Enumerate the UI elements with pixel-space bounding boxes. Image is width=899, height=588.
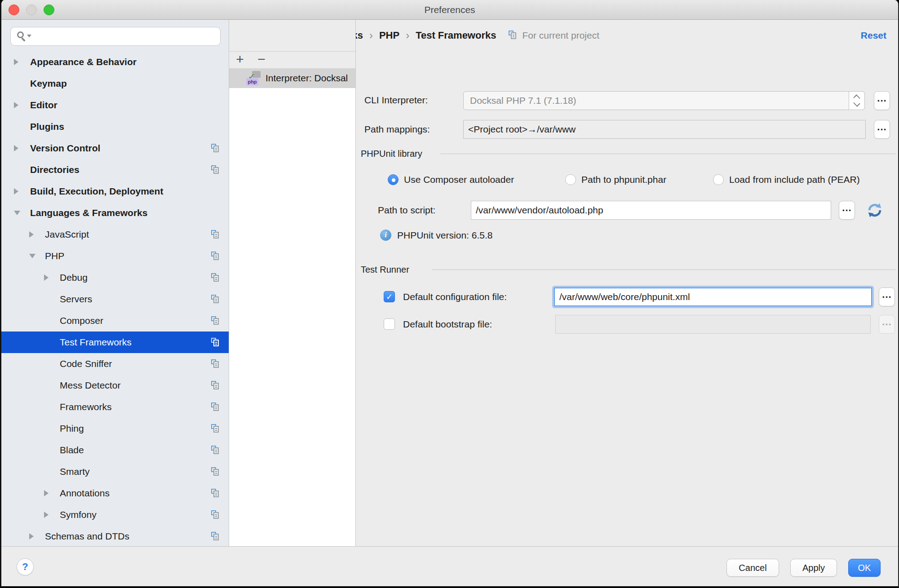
- breadcrumb-separator: ›: [369, 29, 373, 42]
- chevron-right-icon[interactable]: [44, 274, 49, 281]
- chevron-right-icon[interactable]: [14, 59, 18, 65]
- default-bootstrap-browse-button: ...: [879, 315, 895, 334]
- ok-button[interactable]: OK: [848, 559, 881, 577]
- refresh-icon[interactable]: [866, 202, 883, 219]
- sidebar-item-symfony[interactable]: Symfony: [1, 504, 229, 526]
- radio-path-to-phpunit-phar[interactable]: Path to phpunit.phar: [565, 172, 666, 188]
- path-to-script-browse-button[interactable]: ...: [839, 201, 855, 220]
- settings-tree: Appearance & BehaviorKeymapEditorPlugins…: [1, 51, 229, 546]
- for-current-project-icon: [211, 510, 220, 519]
- path-to-script-field[interactable]: [471, 201, 831, 220]
- sidebar-item-servers[interactable]: Servers: [1, 288, 229, 310]
- sidebar-item-frameworks[interactable]: Frameworks: [1, 396, 229, 418]
- radio-icon: [713, 174, 724, 185]
- chevron-right-icon[interactable]: [14, 188, 18, 195]
- cli-interpreter-value: Docksal PHP 7.1 (7.1.18): [470, 92, 576, 110]
- test-frameworks-settings-panel: CLI Interpreter: Docksal PHP 7.1 (7.1.18…: [356, 51, 898, 546]
- path-mappings-field[interactable]: [463, 120, 866, 139]
- for-current-project-icon: [211, 316, 220, 325]
- chevron-right-icon[interactable]: [29, 533, 34, 539]
- add-interpreter-button[interactable]: +: [231, 52, 249, 69]
- sidebar-item-label: Version Control: [30, 137, 100, 159]
- reset-link[interactable]: Reset: [861, 20, 886, 51]
- dialog-footer: ? Cancel Apply OK: [1, 546, 898, 586]
- sidebar-item-languages-frameworks[interactable]: Languages & Frameworks: [1, 202, 229, 224]
- title-bar: Preferences: [1, 0, 898, 20]
- chevron-right-icon[interactable]: [14, 102, 18, 108]
- sidebar-item-mess-detector[interactable]: Mess Detector: [1, 375, 229, 396]
- for-current-project-icon: [211, 165, 220, 174]
- path-mappings-browse-button[interactable]: ...: [874, 120, 890, 139]
- chevron-right-icon[interactable]: [44, 512, 49, 518]
- default-bootstrap-checkbox[interactable]: [384, 318, 395, 330]
- radio-use-composer-autoloader[interactable]: Use Composer autoloader: [388, 172, 514, 188]
- default-bootstrap-field: [555, 315, 871, 334]
- search-input[interactable]: [10, 27, 221, 46]
- sidebar-item-keymap[interactable]: Keymap: [1, 73, 229, 94]
- cli-interpreter-select[interactable]: Docksal PHP 7.1 (7.1.18): [463, 91, 865, 110]
- sidebar-item-label: Blade: [60, 439, 84, 461]
- sidebar-item-php[interactable]: PHP: [1, 245, 229, 267]
- search-icon[interactable]: [16, 31, 30, 42]
- chevron-right-icon[interactable]: [14, 145, 18, 151]
- info-icon: i: [380, 230, 391, 241]
- sidebar-item-blade[interactable]: Blade: [1, 439, 229, 461]
- preferences-window: Preferences Appearance & BehaviorKeymapE…: [0, 0, 899, 588]
- breadcrumb-item[interactable]: Test Frameworks: [416, 30, 496, 41]
- cancel-button[interactable]: Cancel: [726, 559, 779, 577]
- sidebar-item-label: Annotations: [60, 482, 110, 504]
- radio-icon: [565, 174, 576, 185]
- sidebar-item-annotations[interactable]: Annotations: [1, 482, 229, 504]
- sidebar-item-label: Keymap: [30, 73, 67, 94]
- for-current-project-icon: [211, 402, 220, 411]
- for-current-project-icon: [211, 295, 220, 304]
- sidebar-item-phing[interactable]: Phing: [1, 418, 229, 439]
- path-to-script-label: Path to script:: [378, 205, 435, 216]
- default-configuration-checkbox[interactable]: ✓: [384, 291, 395, 302]
- radio-label: Use Composer autoloader: [404, 174, 514, 185]
- sidebar-item-label: Debug: [60, 267, 88, 288]
- default-configuration-field[interactable]: [554, 287, 872, 306]
- sidebar-item-label: Plugins: [30, 116, 64, 137]
- for-current-project-icon: [211, 230, 220, 239]
- sidebar-item-schemas-and-dtds[interactable]: Schemas and DTDs: [1, 526, 229, 546]
- for-current-project-icon: [211, 252, 220, 261]
- default-configuration-browse-button[interactable]: ...: [879, 287, 895, 306]
- sidebar-item-code-sniffer[interactable]: Code Sniffer: [1, 353, 229, 375]
- sidebar-item-javascript[interactable]: JavaScript: [1, 224, 229, 245]
- sidebar-item-appearance-behavior[interactable]: Appearance & Behavior: [1, 51, 229, 73]
- sidebar-item-composer[interactable]: Composer: [1, 310, 229, 332]
- sidebar-item-version-control[interactable]: Version Control: [1, 137, 229, 159]
- stepper-icon[interactable]: [849, 91, 865, 110]
- sidebar-item-debug[interactable]: Debug: [1, 267, 229, 288]
- sidebar-item-label: Servers: [60, 288, 92, 310]
- chevron-down-icon[interactable]: [14, 211, 20, 215]
- sidebar-item-build-execution-deployment[interactable]: Build, Execution, Deployment: [1, 181, 229, 202]
- sidebar-item-label: Languages & Frameworks: [30, 202, 147, 224]
- radio-load-from-include-path[interactable]: Load from include path (PEAR): [713, 172, 860, 188]
- apply-button[interactable]: Apply: [790, 559, 837, 577]
- sidebar-item-smarty[interactable]: Smarty: [1, 461, 229, 482]
- sidebar-item-label: Editor: [30, 94, 58, 116]
- remove-interpreter-button[interactable]: −: [252, 52, 270, 69]
- breadcrumb-item[interactable]: PHP: [379, 30, 399, 41]
- sidebar-item-test-frameworks[interactable]: Test Frameworks: [1, 332, 229, 353]
- cli-interpreter-browse-button[interactable]: ...: [874, 91, 890, 110]
- scope-label: For current project: [522, 30, 599, 41]
- help-button[interactable]: ?: [17, 558, 34, 575]
- for-current-project-icon: [211, 359, 220, 368]
- sidebar-item-directories[interactable]: Directories: [1, 159, 229, 181]
- chevron-right-icon[interactable]: [29, 231, 34, 238]
- default-configuration-label: Default configuration file:: [403, 292, 507, 302]
- chevron-down-icon[interactable]: [29, 254, 35, 258]
- interpreter-list-panel: + − ✓ php Interpreter: Docksal: [229, 20, 356, 546]
- sidebar-item-editor[interactable]: Editor: [1, 94, 229, 116]
- interpreter-item-label: Interpreter: Docksal: [266, 68, 348, 88]
- sidebar-item-plugins[interactable]: Plugins: [1, 116, 229, 137]
- interpreter-list-item[interactable]: ✓ php Interpreter: Docksal: [229, 68, 355, 88]
- chevron-right-icon[interactable]: [44, 490, 49, 496]
- for-current-project-icon: [211, 144, 220, 153]
- sidebar-item-label: Smarty: [60, 461, 90, 482]
- sidebar-item-label: Schemas and DTDs: [45, 526, 129, 546]
- window-title: Preferences: [1, 0, 898, 20]
